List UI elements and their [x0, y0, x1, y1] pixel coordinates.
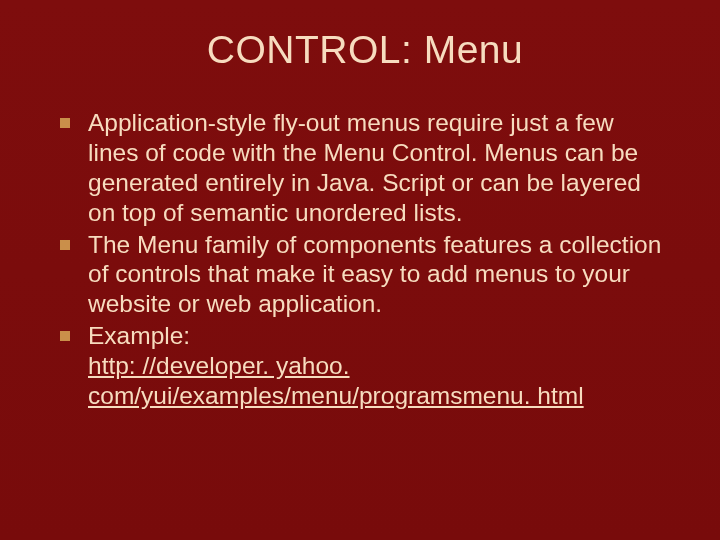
slide-title: CONTROL: Menu [60, 28, 670, 72]
list-item: The Menu family of components features a… [60, 230, 670, 320]
list-item: Application-style fly-out menus require … [60, 108, 670, 228]
slide: CONTROL: Menu Application-style fly-out … [0, 0, 720, 540]
bullet-square-icon [60, 331, 70, 341]
list-item: Example: http: //developer. yahoo. com/y… [60, 321, 670, 411]
example-link[interactable]: http: //developer. yahoo. com/yui/exampl… [88, 352, 584, 409]
bullet-square-icon [60, 118, 70, 128]
bullet-square-icon [60, 240, 70, 250]
bullet-prefix: Example: [88, 322, 190, 349]
bullet-text: The Menu family of components features a… [88, 231, 661, 318]
bullet-list: Application-style fly-out menus require … [60, 108, 670, 411]
bullet-text: Application-style fly-out menus require … [88, 109, 641, 226]
